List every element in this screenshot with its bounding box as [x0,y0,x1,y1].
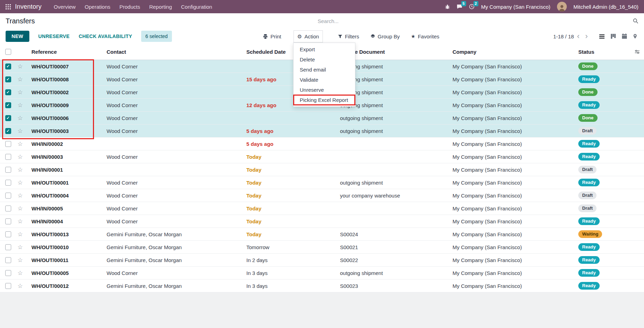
print-button[interactable]: Print [259,31,285,42]
favorite-star-icon[interactable]: ☆ [17,231,23,238]
table-row[interactable]: ☆ WH/OUT/00011 Gemini Furniture, Oscar M… [0,254,644,267]
column-header-reference[interactable]: Reference [29,49,104,55]
row-checkbox[interactable] [5,64,11,69]
table-row[interactable]: ☆ WH/OUT/00012 Gemini Furniture, Oscar M… [0,279,644,292]
column-header-contact[interactable]: Contact [104,49,244,55]
nav-menu-item[interactable]: Operations [80,1,115,13]
table-row[interactable]: ☆ WH/OUT/00013 Gemini Furniture, Oscar M… [0,228,644,241]
table-row[interactable]: ☆ WH/OUT/00001 Wood Corner Today outgoin… [0,176,644,189]
check-availability-button[interactable]: CHECK AVAILABILITY [79,33,132,39]
table-row[interactable]: ☆ WH/IN/00003 Wood Corner Today My Compa… [0,150,644,163]
company-switcher[interactable]: My Company (San Francisco) [481,4,550,10]
table-row[interactable]: ☆ WH/OUT/00003 Wood Corner 5 days ago ou… [0,125,644,137]
search-input[interactable] [318,18,629,24]
row-checkbox[interactable] [5,102,11,108]
favorites-button[interactable]: ★ Favorites [407,31,443,42]
cell-company: My Company (San Francisco) [450,193,576,199]
cell-contact: Wood Corner [104,218,244,224]
action-menu-item[interactable]: Export [294,44,355,54]
favorite-star-icon[interactable]: ☆ [17,102,23,109]
action-menu-item[interactable]: Picking Excel Report [294,95,355,105]
group-by-button[interactable]: Group By [367,31,403,42]
favorite-star-icon[interactable]: ☆ [17,257,23,263]
table-row[interactable]: ☆ WH/IN/00002 5 days ago My Company (San… [0,137,644,150]
row-checkbox[interactable] [5,89,11,95]
nav-menu-item[interactable]: Products [115,1,145,13]
favorite-star-icon[interactable]: ☆ [17,218,23,225]
cell-reference: WH/OUT/00008 [29,76,104,82]
column-header-status[interactable]: Status [576,49,630,55]
row-checkbox[interactable] [5,154,11,160]
row-checkbox[interactable] [5,231,11,237]
favorite-star-icon[interactable]: ☆ [17,89,23,96]
nav-menu-item[interactable]: Configuration [176,1,217,13]
table-row[interactable]: ☆ WH/OUT/00004 Wood Corner Today your co… [0,189,644,202]
cell-reference: WH/OUT/00012 [29,283,104,289]
unreserve-button[interactable]: UNRESERVE [38,33,70,39]
app-name[interactable]: Inventory [15,3,42,10]
row-checkbox[interactable] [5,270,11,276]
apps-grid-icon[interactable] [6,4,11,9]
favorite-star-icon[interactable]: ☆ [17,76,23,83]
row-checkbox[interactable] [5,206,11,211]
favorite-star-icon[interactable]: ☆ [17,270,23,276]
calendar-view-icon[interactable] [621,32,628,40]
favorite-star-icon[interactable]: ☆ [17,283,23,289]
row-checkbox[interactable] [5,180,11,186]
action-button[interactable]: ⚙ Action [294,31,323,42]
user-menu[interactable]: Mitchell Admin (db_16_540) [573,4,638,10]
row-checkbox[interactable] [5,115,11,121]
column-header-company[interactable]: Company [450,49,576,55]
nav-menu-item[interactable]: Overview [49,1,80,13]
avatar[interactable] [557,2,567,12]
cell-contact: Gemini Furniture, Oscar Morgan [104,244,244,250]
action-menu-item[interactable]: Send email [294,65,355,75]
action-menu-item[interactable]: Delete [294,54,355,65]
row-checkbox[interactable] [5,128,11,134]
row-checkbox[interactable] [5,76,11,82]
favorite-star-icon[interactable]: ☆ [17,128,23,134]
table-row[interactable]: ☆ WH/OUT/00006 Wood Corner outgoing ship… [0,112,644,125]
cell-scheduled-date: In 2 days [244,257,337,263]
filters-button[interactable]: Filters [334,31,363,42]
table-row[interactable]: ☆ WH/OUT/00005 Wood Corner In 3 days out… [0,267,644,279]
list-view-icon[interactable] [598,32,606,41]
favorite-star-icon[interactable]: ☆ [17,244,23,251]
favorite-star-icon[interactable]: ☆ [17,63,23,70]
pager-next-icon[interactable]: › [583,32,590,40]
row-checkbox[interactable] [5,257,11,263]
pager-range: 1-18 / 18 [553,33,574,39]
nav-menu-item[interactable]: Reporting [145,1,176,13]
favorite-star-icon[interactable]: ☆ [17,166,23,173]
activities-clock-icon[interactable]: 2 [469,4,475,9]
row-checkbox[interactable] [5,141,11,147]
row-checkbox[interactable] [5,193,11,199]
action-menu-item[interactable]: Unreserve [294,85,355,95]
favorite-star-icon[interactable]: ☆ [17,205,23,212]
row-checkbox[interactable] [5,167,11,173]
row-checkbox[interactable] [5,283,11,289]
row-checkbox[interactable] [5,244,11,250]
favorite-star-icon[interactable]: ☆ [17,154,23,160]
favorite-star-icon[interactable]: ☆ [17,192,23,199]
favorite-star-icon[interactable]: ☆ [17,179,23,186]
search-icon[interactable] [633,18,638,24]
row-checkbox[interactable] [5,218,11,224]
pager-previous-icon[interactable]: ‹ [574,32,582,40]
debug-bug-icon[interactable] [445,4,450,9]
cell-scheduled-date: Today [244,206,337,211]
favorite-star-icon[interactable]: ☆ [17,141,23,147]
table-row[interactable]: ☆ WH/IN/00004 Wood Corner Today My Compa… [0,215,644,228]
map-view-icon[interactable] [632,32,638,40]
favorite-star-icon[interactable]: ☆ [17,115,23,121]
kanban-view-icon[interactable] [609,32,617,40]
new-button[interactable]: NEW [6,31,29,42]
action-menu-item[interactable]: Validate [294,75,355,85]
messages-icon[interactable]: 5 [457,4,462,9]
table-row[interactable]: ☆ WH/OUT/00010 Gemini Furniture, Oscar M… [0,241,644,254]
cell-contact: Gemini Furniture, Oscar Morgan [104,257,244,263]
optional-columns-icon[interactable] [630,49,644,54]
table-row[interactable]: ☆ WH/IN/00001 Today My Company (San Fran… [0,163,644,176]
table-row[interactable]: ☆ WH/IN/00005 Wood Corner Today My Compa… [0,202,644,215]
select-all-checkbox[interactable] [5,49,11,55]
